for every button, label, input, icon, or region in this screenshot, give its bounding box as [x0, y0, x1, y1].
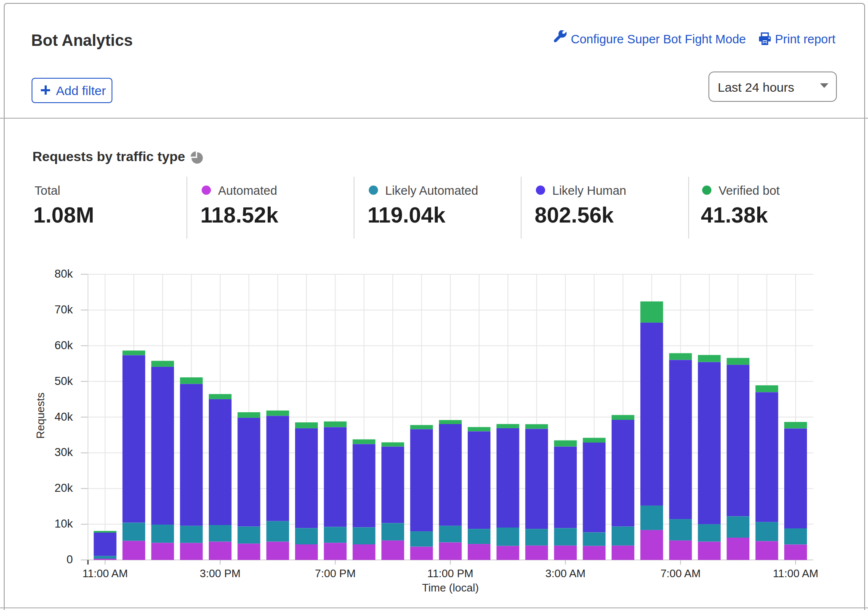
svg-text:0: 0 [67, 553, 73, 566]
svg-text:Requests: Requests [34, 393, 47, 439]
svg-text:Time (local): Time (local) [422, 581, 479, 594]
svg-text:10k: 10k [54, 517, 73, 530]
svg-text:7:00 AM: 7:00 AM [660, 567, 700, 580]
svg-text:60k: 60k [54, 339, 73, 352]
svg-text:3:00 AM: 3:00 AM [545, 567, 585, 580]
svg-text:11:00 AM: 11:00 AM [773, 567, 818, 580]
svg-text:50k: 50k [54, 375, 73, 387]
svg-text:80k: 80k [54, 268, 73, 280]
svg-text:20k: 20k [54, 482, 73, 494]
svg-text:11:00 PM: 11:00 PM [427, 567, 473, 580]
svg-text:40k: 40k [54, 411, 73, 423]
svg-text:11:00 AM: 11:00 AM [83, 567, 128, 580]
svg-text:70k: 70k [54, 303, 73, 316]
svg-text:3:00 PM: 3:00 PM [200, 567, 241, 580]
svg-text:30k: 30k [54, 446, 73, 459]
svg-text:7:00 PM: 7:00 PM [315, 567, 356, 580]
